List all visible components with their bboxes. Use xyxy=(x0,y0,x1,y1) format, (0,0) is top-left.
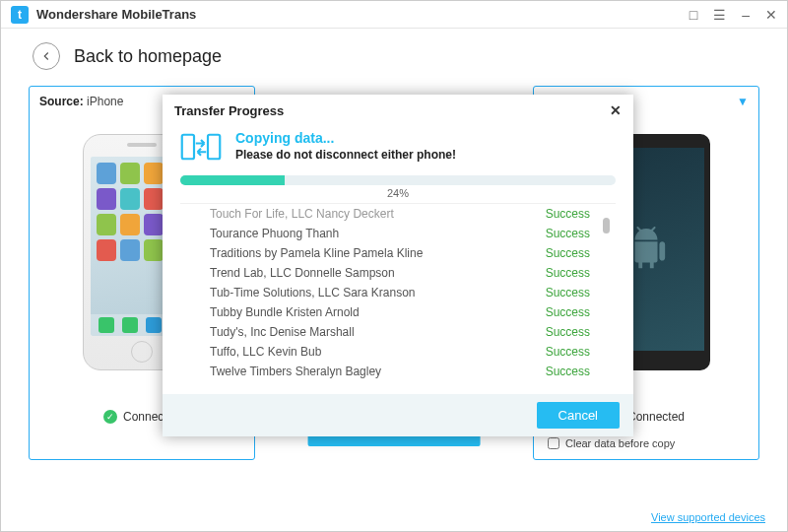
item-name: Tub-Time Solutions, LLC Sara Kranson xyxy=(210,286,416,299)
item-name: Tourance Phuong Thanh xyxy=(210,227,339,240)
menu-icon[interactable]: ☰ xyxy=(713,7,726,23)
window-close-icon[interactable]: ✕ xyxy=(765,7,777,23)
feedback-icon[interactable]: □ xyxy=(690,7,697,23)
item-name: Tuffo, LLC Kevin Bub xyxy=(210,345,321,359)
list-item: Twelve Timbers Sheralyn BagleySuccess xyxy=(180,362,616,381)
app-logo-icon: t xyxy=(11,6,29,24)
transfer-progress-dialog: Transfer Progress ✕ Copying data... Plea… xyxy=(163,95,633,436)
transfer-item-list: Touch For Life, LLC Nancy DeckertSuccess… xyxy=(180,203,616,386)
item-status: Success xyxy=(546,286,590,299)
scrollbar-thumb[interactable] xyxy=(603,218,610,233)
back-arrow-icon[interactable] xyxy=(33,42,60,70)
list-item: Traditions by Pamela Kline Pamela KlineS… xyxy=(180,243,616,263)
item-status: Success xyxy=(546,227,590,240)
item-status: Success xyxy=(546,384,590,386)
item-name: Tubby Bundle Kristen Arnold xyxy=(210,305,360,319)
progress-label: 24% xyxy=(180,187,616,199)
list-item: Touch For Life, LLC Nancy DeckertSuccess xyxy=(180,204,616,224)
item-status: Success xyxy=(546,325,590,339)
item-name: Trend Lab, LLC Donnelle Sampson xyxy=(210,266,395,280)
back-label: Back to homepage xyxy=(74,46,222,67)
list-item: Twinkabella, LLC Sandi TagtmeyerSuccess xyxy=(180,381,616,386)
list-item: Trend Lab, LLC Donnelle SampsonSuccess xyxy=(180,263,616,283)
breadcrumb[interactable]: Back to homepage xyxy=(1,29,787,78)
item-status: Success xyxy=(546,246,590,260)
window-minimize-icon[interactable]: – xyxy=(742,7,750,23)
item-name: Tudy's, Inc Denise Marshall xyxy=(210,325,355,339)
transfer-icon xyxy=(180,130,222,167)
list-item: Tudy's, Inc Denise MarshallSuccess xyxy=(180,322,616,342)
dialog-title: Transfer Progress xyxy=(174,103,284,118)
item-status: Success xyxy=(546,365,590,378)
list-item: Tourance Phuong ThanhSuccess xyxy=(180,224,616,243)
item-status: Success xyxy=(546,266,590,280)
list-item: Tuffo, LLC Kevin BubSuccess xyxy=(180,342,616,362)
item-name: Twinkabella, LLC Sandi Tagtmeyer xyxy=(210,384,392,386)
item-status: Success xyxy=(546,345,590,359)
title-bar: t Wondershare MobileTrans □ ☰ – ✕ xyxy=(1,1,787,29)
check-icon: ✓ xyxy=(103,410,117,424)
close-icon[interactable]: ✕ xyxy=(610,102,622,118)
app-title: Wondershare MobileTrans xyxy=(36,7,196,22)
cancel-button[interactable]: Cancel xyxy=(537,402,620,429)
progress-bar: 24% xyxy=(180,175,616,199)
supported-devices-link[interactable]: View supported devices xyxy=(651,511,765,523)
item-status: Success xyxy=(546,305,590,319)
clear-data-checkbox[interactable] xyxy=(548,437,559,449)
item-name: Twelve Timbers Sheralyn Bagley xyxy=(210,365,381,378)
item-name: Traditions by Pamela Kline Pamela Kline xyxy=(210,246,423,260)
clear-data-option[interactable]: Clear data before copy xyxy=(548,437,675,449)
svg-rect-3 xyxy=(208,135,220,160)
svg-rect-2 xyxy=(182,135,194,160)
list-item: Tub-Time Solutions, LLC Sara KransonSucc… xyxy=(180,283,616,302)
dialog-heading: Copying data... xyxy=(235,130,456,146)
dialog-warning: Please do not disconnect either phone! xyxy=(235,148,456,162)
item-status: Success xyxy=(546,207,590,221)
list-item: Tubby Bundle Kristen ArnoldSuccess xyxy=(180,302,616,322)
item-name: Touch For Life, LLC Nancy Deckert xyxy=(210,207,394,221)
chevron-down-icon[interactable]: ▼ xyxy=(737,95,749,108)
